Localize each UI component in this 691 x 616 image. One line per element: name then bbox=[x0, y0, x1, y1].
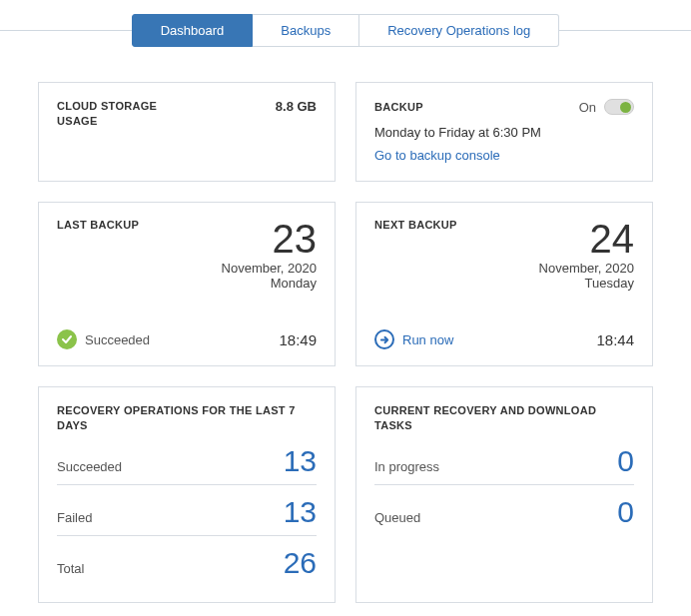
recovery-failed-label: Failed bbox=[57, 510, 92, 525]
tasks-row-queued: Queued 0 bbox=[374, 485, 634, 535]
current-tasks-title: CURRENT RECOVERY AND DOWNLOAD TASKS bbox=[374, 403, 624, 434]
backup-settings-title: BACKUP bbox=[374, 101, 423, 113]
recovery-ops-card: RECOVERY OPERATIONS FOR THE LAST 7 DAYS … bbox=[38, 386, 336, 603]
tab-recovery-log[interactable]: Recovery Operations log bbox=[359, 14, 559, 47]
recovery-row-failed: Failed 13 bbox=[57, 485, 317, 536]
backup-toggle[interactable] bbox=[604, 99, 634, 115]
last-backup-day: 23 bbox=[222, 219, 317, 259]
next-backup-weekday: Tuesday bbox=[539, 276, 634, 291]
backup-status-label: On bbox=[579, 100, 596, 115]
next-backup-month-year: November, 2020 bbox=[539, 261, 634, 276]
arrow-right-icon bbox=[374, 329, 394, 349]
recovery-total-label: Total bbox=[57, 561, 84, 576]
next-backup-title: NEXT BACKUP bbox=[374, 219, 457, 291]
backup-console-link[interactable]: Go to backup console bbox=[374, 148, 500, 163]
last-backup-month-year: November, 2020 bbox=[222, 261, 317, 276]
cloud-storage-card: CLOUD STORAGE USAGE 8.8 GB bbox=[38, 82, 336, 182]
recovery-row-total: Total 26 bbox=[57, 536, 317, 586]
tasks-queued-value: 0 bbox=[617, 495, 634, 529]
tab-dashboard[interactable]: Dashboard bbox=[132, 14, 254, 47]
last-backup-weekday: Monday bbox=[222, 276, 317, 291]
run-now-label: Run now bbox=[402, 332, 453, 347]
backup-settings-card: BACKUP On Monday to Friday at 6:30 PM Go… bbox=[355, 82, 653, 182]
tasks-queued-label: Queued bbox=[374, 510, 420, 525]
recovery-failed-value: 13 bbox=[284, 495, 317, 529]
current-tasks-card: CURRENT RECOVERY AND DOWNLOAD TASKS In p… bbox=[355, 386, 653, 603]
backup-schedule-text: Monday to Friday at 6:30 PM bbox=[374, 125, 634, 140]
recovery-succeeded-value: 13 bbox=[284, 444, 317, 478]
tasks-inprogress-value: 0 bbox=[617, 444, 634, 478]
recovery-total-value: 26 bbox=[284, 546, 317, 580]
check-icon bbox=[57, 329, 77, 349]
next-backup-card: NEXT BACKUP 24 November, 2020 Tuesday Ru… bbox=[355, 202, 653, 366]
run-now-button[interactable]: Run now bbox=[374, 329, 453, 349]
tab-backups[interactable]: Backups bbox=[253, 14, 359, 47]
next-backup-day: 24 bbox=[539, 219, 634, 259]
tasks-row-inprogress: In progress 0 bbox=[374, 434, 634, 485]
cloud-storage-value: 8.8 GB bbox=[276, 99, 317, 165]
last-backup-status-label: Succeeded bbox=[85, 332, 150, 347]
tabs-bar: Dashboard Backups Recovery Operations lo… bbox=[0, 0, 691, 47]
dashboard-grid: CLOUD STORAGE USAGE 8.8 GB BACKUP On Mon… bbox=[0, 47, 691, 616]
recovery-ops-title: RECOVERY OPERATIONS FOR THE LAST 7 DAYS bbox=[57, 403, 307, 434]
last-backup-card: LAST BACKUP 23 November, 2020 Monday Suc… bbox=[38, 202, 336, 366]
tasks-inprogress-label: In progress bbox=[374, 459, 439, 474]
last-backup-status: Succeeded bbox=[57, 329, 150, 349]
recovery-succeeded-label: Succeeded bbox=[57, 459, 122, 474]
recovery-row-succeeded: Succeeded 13 bbox=[57, 434, 317, 485]
next-backup-time: 18:44 bbox=[596, 331, 634, 348]
last-backup-title: LAST BACKUP bbox=[57, 219, 139, 291]
last-backup-time: 18:49 bbox=[279, 331, 317, 348]
cloud-storage-title: CLOUD STORAGE USAGE bbox=[57, 99, 187, 165]
